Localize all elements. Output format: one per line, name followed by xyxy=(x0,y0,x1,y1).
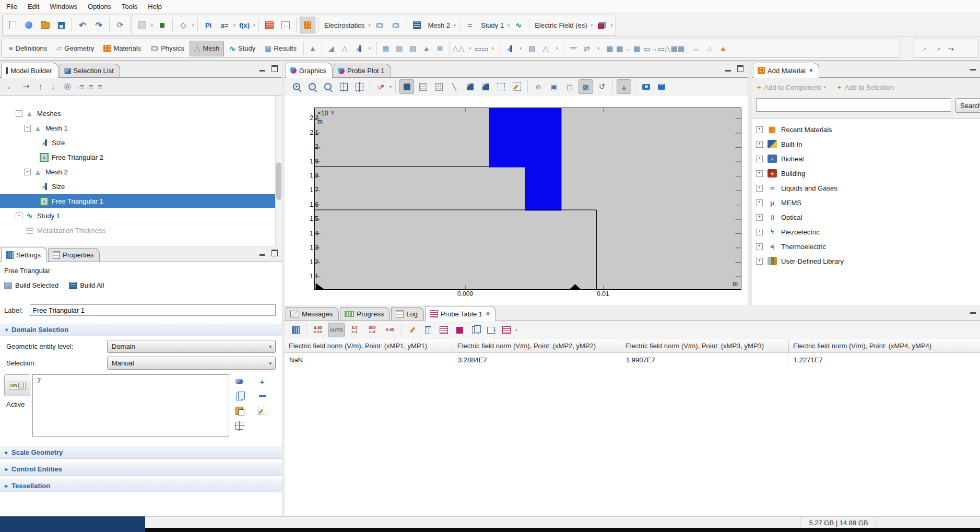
clear-selection-icon[interactable] xyxy=(257,406,267,416)
expander-icon[interactable]: + xyxy=(756,156,763,162)
reset-hiding-button[interactable]: ↺ xyxy=(595,80,609,93)
add-to-selection-icon[interactable]: + xyxy=(257,376,267,387)
tab-model-builder[interactable]: Model Builder xyxy=(1,63,58,78)
tree-item-meshes[interactable]: − ▲ Meshes xyxy=(0,107,276,120)
format-auto-button[interactable]: AUTO xyxy=(328,323,345,337)
ribbon-tab-materials[interactable]: Materials xyxy=(99,42,145,55)
zoom-to-selection-button[interactable] xyxy=(352,80,366,93)
ribbon-tab-mesh[interactable]: △Mesh xyxy=(190,41,224,56)
table-color-button[interactable] xyxy=(453,323,466,337)
table-header[interactable]: Electric field norm (V/m), Point: (xMP1,… xyxy=(285,339,453,353)
minimize-settings-icon[interactable] xyxy=(259,254,265,256)
add-to-selection-button[interactable]: +Add to Selection xyxy=(837,84,894,91)
material-browser-button[interactable] xyxy=(262,17,277,33)
mesh-warning-button[interactable]: △ xyxy=(338,42,351,55)
tab-settings[interactable]: Settings xyxy=(1,247,47,262)
selection-select[interactable]: Manual▾ xyxy=(107,357,276,370)
swept-mesh-button[interactable]: ▨ xyxy=(407,42,419,55)
partition-button[interactable]: ⇄ xyxy=(581,42,593,55)
size-expression-chevron-icon[interactable]: ▾ xyxy=(516,42,525,55)
tree-item-mesh-1[interactable]: − ▲ Mesh 1 xyxy=(0,121,276,135)
mesh-selector[interactable]: Mesh 2 xyxy=(426,21,452,29)
transparency-button[interactable] xyxy=(416,80,430,93)
save-button[interactable] xyxy=(54,17,68,33)
active-toggle-button[interactable]: ON xyxy=(4,374,30,396)
model-tree-node-text-icon[interactable]: ≡ xyxy=(98,82,102,91)
deselect-brush-button[interactable] xyxy=(510,80,524,93)
new-file-button[interactable] xyxy=(5,17,20,33)
section-domain-selection[interactable]: ▾Domain Selection xyxy=(0,323,282,336)
maximize-settings-icon[interactable] xyxy=(271,250,278,256)
table-header[interactable]: Electric field norm (V/m), Point: (xMP2,… xyxy=(453,339,621,353)
warning-button[interactable]: ▲ xyxy=(717,42,729,55)
zoom-in-button[interactable]: + xyxy=(290,80,303,93)
functions-button[interactable]: f(x) xyxy=(237,17,252,33)
expander-icon[interactable]: + xyxy=(756,214,763,221)
minimize-add-material-icon[interactable] xyxy=(970,69,976,70)
node-button[interactable] xyxy=(155,17,169,33)
material-category-liquids-gases[interactable]: + ≈ Liquids and Gases xyxy=(752,181,980,195)
paste-selection-icon[interactable] xyxy=(234,406,244,416)
format-full-precision-button[interactable]: 8.85e-12 xyxy=(310,323,326,337)
expander-icon[interactable]: − xyxy=(24,169,31,175)
move-up-icon[interactable]: ↑ xyxy=(39,82,43,91)
study-chevron-icon[interactable]: ▾ xyxy=(507,23,510,28)
build-selected-button[interactable]: Build Selected xyxy=(4,281,58,289)
material-category-mems[interactable]: + μ MEMS xyxy=(752,196,980,209)
tree-scrollbar-thumb[interactable] xyxy=(276,162,281,200)
import-table-button[interactable]: ← xyxy=(278,17,293,33)
tab-probe-table-1[interactable]: Probe Table 1× xyxy=(425,306,496,321)
update-solution-button[interactable]: ⟳ xyxy=(113,17,127,33)
tree-item-metalization-thickness[interactable]: Metalization Thickness xyxy=(0,223,276,237)
mesh-chevron-icon[interactable]: ▾ xyxy=(454,23,456,28)
measure-button[interactable]: ↔ xyxy=(690,42,702,55)
adapt-chevron-icon[interactable]: ▾ xyxy=(553,42,561,55)
create-selection-icon[interactable] xyxy=(234,376,244,387)
partition-chevron-icon[interactable]: ▾ xyxy=(594,42,603,55)
physics-selector[interactable]: Electrostatics xyxy=(322,21,367,29)
material-category-user-defined[interactable]: + User-Defined Library xyxy=(752,254,980,268)
menu-options[interactable]: Options xyxy=(82,1,116,12)
refine-chevron-icon[interactable]: ▾ xyxy=(466,42,474,55)
geometric-entity-level-select[interactable]: Domain▾ xyxy=(107,340,276,353)
view-hidden-button[interactable]: ▣ xyxy=(547,80,561,93)
plot-layers-chevron-icon[interactable]: ▾ xyxy=(611,23,613,28)
snapshot-button[interactable] xyxy=(639,80,653,93)
tab-add-material[interactable]: Add Material× xyxy=(753,63,819,78)
build-all-button[interactable]: Build All xyxy=(69,281,104,289)
copy-selection-icon[interactable] xyxy=(234,391,244,401)
tab-messages[interactable]: Messages xyxy=(286,307,339,321)
plot-group-button[interactable] xyxy=(595,17,609,33)
show-all-button[interactable]: ▩ xyxy=(578,79,593,94)
copy-mesh-button[interactable]: ▭▭ xyxy=(475,42,488,55)
tree-scrollbar[interactable] xyxy=(275,96,282,246)
material-search-input[interactable] xyxy=(756,98,951,112)
maximize-model-builder-icon[interactable] xyxy=(271,65,278,72)
format-engineering-button[interactable]: 850e-3 xyxy=(364,323,380,337)
undo-button[interactable]: ↶ xyxy=(75,17,90,33)
remove-from-selection-icon[interactable] xyxy=(257,391,267,401)
material-category-built-in[interactable]: + Built-In xyxy=(752,137,980,151)
copy-chevron-icon[interactable]: ▾ xyxy=(489,42,497,55)
expand-right-icon[interactable]: ⇢ xyxy=(23,81,30,91)
ribbon-tab-physics[interactable]: Physics xyxy=(146,42,188,55)
minimize-model-builder-icon[interactable] xyxy=(259,70,265,72)
parameters-button[interactable]: Pi xyxy=(201,17,216,33)
point-evaluate-button[interactable]: → xyxy=(931,42,943,55)
hide-object-button[interactable]: ⊘ xyxy=(532,80,545,93)
zoom-extents-button[interactable] xyxy=(337,80,350,93)
expander-icon[interactable]: + xyxy=(756,126,763,133)
menu-windows[interactable]: Windows xyxy=(44,1,82,12)
free-quad-button[interactable]: ▥ xyxy=(393,42,406,55)
geometry-node-button[interactable]: ◇ xyxy=(176,17,191,33)
refine-button[interactable]: △△ xyxy=(452,42,465,55)
export-table-button[interactable] xyxy=(484,323,498,337)
menu-file[interactable]: File xyxy=(1,1,22,12)
table-toolbar-chevron-icon[interactable]: ▾ xyxy=(515,328,517,333)
copy-table-button[interactable] xyxy=(468,323,482,337)
mapped-mesh-button[interactable]: ▦ xyxy=(380,42,392,55)
import-mesh-button[interactable]: ⌤ xyxy=(567,42,580,55)
variables-button[interactable]: a= xyxy=(217,17,232,33)
adapt-button[interactable]: △ xyxy=(539,42,552,55)
wireframe-button[interactable] xyxy=(432,80,445,93)
